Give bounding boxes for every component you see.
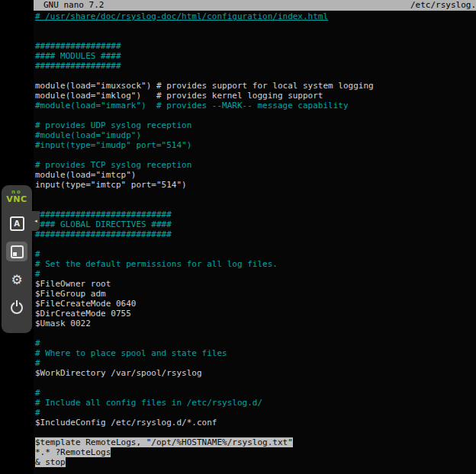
collapse-arrow-icon: ◂ (34, 218, 37, 224)
terminal-line: module(load="imtcp") (34, 170, 476, 180)
terminal-line: $template RemoteLogs, "/opt/%HOSTNAME%/r… (34, 437, 476, 447)
gear-icon: ⚙ (11, 274, 22, 287)
nano-filename: /etc/rsyslog. (410, 0, 476, 11)
terminal-line: # Include all config files in /etc/rsysl… (34, 398, 476, 408)
terminal-line: # Set the default permissions for all lo… (34, 259, 476, 269)
terminal-line (34, 21, 476, 31)
terminal-line: $FileOwner root (34, 279, 476, 289)
terminal-line (34, 378, 476, 388)
terminal-line: # (34, 269, 476, 279)
terminal-line: #module(load="immark") # provides --MARK… (34, 101, 476, 110)
terminal-line: ################# (34, 41, 476, 51)
terminal-line: # provides TCP syslog reception (34, 160, 476, 170)
power-icon (11, 302, 23, 314)
nano-titlebar: GNU nano 7.2 /etc/rsyslog. (34, 0, 476, 11)
terminal-line: $IncludeConfig /etc/rsyslog.d/*.conf (34, 418, 476, 428)
terminal-line: # (34, 249, 476, 259)
terminal-line (34, 150, 476, 160)
terminal-line: $FileCreateMode 0640 (34, 299, 476, 309)
terminal-line: # (34, 338, 476, 348)
novnc-logo: no VNC (6, 190, 27, 203)
terminal-line: module(load="imklog") # provides kernel … (34, 91, 476, 101)
fullscreen-icon (11, 245, 24, 258)
terminal-line: #### MODULES #### (34, 51, 476, 61)
terminal-line: & stop (34, 457, 476, 467)
terminal-line (34, 200, 476, 210)
fullscreen-button[interactable] (6, 242, 27, 261)
terminal-line: module(load="imuxsock") # provides suppo… (34, 81, 476, 91)
terminal-line: ################# (34, 61, 476, 71)
terminal-line: $DirCreateMode 0755 (34, 309, 476, 319)
terminal-line: # (34, 358, 476, 368)
terminal-line: ########################### (34, 229, 476, 239)
power-button[interactable] (6, 298, 27, 318)
keyboard-icon: A (10, 216, 24, 231)
terminal-line: $FileGroup adm (34, 289, 476, 299)
terminal-line (34, 239, 476, 249)
terminal[interactable]: GNU nano 7.2 /etc/rsyslog. # /usr/share/… (34, 0, 476, 474)
terminal-line: $WorkDirectory /var/spool/rsyslog (34, 368, 476, 378)
terminal-line: #### GLOBAL DIRECTIVES #### (34, 219, 476, 229)
terminal-line (34, 428, 476, 437)
terminal-line: # (34, 408, 476, 418)
terminal-line (34, 190, 476, 200)
vnc-viewport: GNU nano 7.2 /etc/rsyslog. # /usr/share/… (0, 0, 476, 474)
terminal-line: $Umask 0022 (34, 319, 476, 328)
terminal-body: # /usr/share/doc/rsyslog-doc/html/config… (34, 11, 476, 467)
terminal-line (34, 110, 476, 120)
settings-button[interactable]: ⚙ (6, 270, 27, 290)
terminal-line: # provides UDP syslog reception (34, 120, 476, 130)
terminal-line: #module(load="imudp") (34, 130, 476, 140)
novnc-control-bar: no VNC A ⚙ (2, 185, 32, 333)
terminal-line (34, 328, 476, 338)
novnc-logo-vnc: VNC (6, 195, 27, 203)
terminal-line: ########################### (34, 210, 476, 219)
terminal-line: # /usr/share/doc/rsyslog-doc/html/config… (34, 11, 476, 21)
terminal-line: input(type="imtcp" port="514") (34, 180, 476, 190)
terminal-line: *.* ?RemoteLogs (34, 447, 476, 457)
control-bar-handle[interactable]: ◂ (32, 211, 40, 231)
terminal-line: #input(type="imudp" port="514") (34, 140, 476, 150)
terminal-line (34, 31, 476, 41)
terminal-line (34, 71, 476, 81)
keyboard-button[interactable]: A (6, 213, 27, 233)
terminal-line: # (34, 388, 476, 398)
nano-version: GNU nano 7.2 (43, 0, 104, 11)
terminal-line: # Where to place spool and state files (34, 348, 476, 358)
